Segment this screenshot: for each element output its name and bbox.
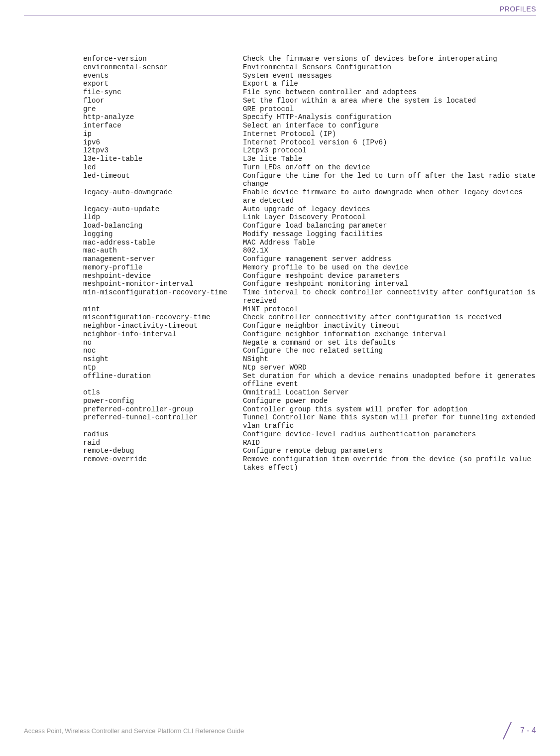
cli-command: otls — [75, 388, 243, 397]
cli-row: neighbor-info-intervalConfigure neighbor… — [75, 330, 536, 339]
cli-command: neighbor-inactivity-timeout — [75, 322, 243, 330]
cli-row: l3e-lite-tableL3e lite Table — [75, 155, 536, 163]
cli-row: interfaceSelect an interface to configur… — [75, 122, 536, 130]
cli-command: remote-debug — [75, 447, 243, 455]
cli-command: radius — [75, 430, 243, 439]
cli-row: exportExport a file — [75, 80, 536, 88]
cli-row: ntpNtp server WORD — [75, 364, 536, 372]
header-rule — [24, 15, 536, 15]
cli-description: Tunnel Controller Name this system will … — [243, 413, 536, 430]
slash-icon — [498, 722, 515, 739]
cli-description: GRE protocol — [243, 105, 536, 114]
cli-command: l3e-lite-table — [75, 155, 243, 163]
cli-command: led — [75, 163, 243, 172]
cli-row: raidRAID — [75, 439, 536, 447]
cli-description: Configure power mode — [243, 397, 536, 405]
cli-command: meshpoint-device — [75, 272, 243, 280]
cli-description: Configure meshpoint device parameters — [243, 272, 536, 280]
cli-row: nsightNSight — [75, 355, 536, 364]
cli-description: RAID — [243, 439, 536, 447]
cli-command: export — [75, 80, 243, 88]
cli-description: Internet Protocol (IP) — [243, 130, 536, 138]
cli-description: Modify message logging facilities — [243, 230, 536, 239]
cli-description: 802.1X — [243, 247, 536, 255]
cli-description: NSight — [243, 355, 536, 364]
cli-row: offline-durationSet duration for which a… — [75, 372, 536, 389]
cli-command: misconfiguration-recovery-time — [75, 313, 243, 322]
cli-row: noNegate a command or set its defaults — [75, 339, 536, 347]
cli-command: noc — [75, 347, 243, 355]
cli-description: Select an interface to configure — [243, 122, 536, 130]
cli-command: offline-duration — [75, 372, 243, 389]
cli-row: otlsOmnitrail Location Server — [75, 388, 536, 397]
cli-row: floorSet the floor within a area where t… — [75, 97, 536, 105]
cli-description: Configure load balancing parameter — [243, 222, 536, 230]
cli-row: ipInternet Protocol (IP) — [75, 130, 536, 138]
cli-row: meshpoint-deviceConfigure meshpoint devi… — [75, 272, 536, 280]
cli-description: Remove configuration item override from … — [243, 455, 536, 472]
cli-row: preferred-tunnel-controllerTunnel Contro… — [75, 413, 536, 430]
cli-row: led-timeoutConfigure the time for the le… — [75, 172, 536, 189]
cli-row: radiusConfigure device-level radius auth… — [75, 430, 536, 439]
cli-command: raid — [75, 439, 243, 447]
cli-command: mac-address-table — [75, 239, 243, 247]
cli-command: http-analyze — [75, 113, 243, 122]
cli-description: File sync between controller and adoptee… — [243, 88, 536, 97]
cli-listing: enforce-versionCheck the firmware versio… — [75, 55, 536, 472]
cli-command: floor — [75, 97, 243, 105]
cli-command: no — [75, 339, 243, 347]
cli-command: memory-profile — [75, 263, 243, 272]
cli-row: eventsSystem event messages — [75, 72, 536, 80]
cli-description: Configure the noc related setting — [243, 347, 536, 355]
cli-row: power-configConfigure power mode — [75, 397, 536, 405]
cli-description: Configure meshpoint monitoring interval — [243, 280, 536, 288]
cli-description: Set the floor within a area where the sy… — [243, 97, 536, 105]
cli-row: mintMiNT protocol — [75, 305, 536, 314]
cli-description: Link Layer Discovery Protocol — [243, 213, 536, 222]
cli-description: Set duration for which a device remains … — [243, 372, 536, 389]
cli-command: management-server — [75, 255, 243, 263]
cli-command: neighbor-info-interval — [75, 330, 243, 339]
cli-row: remove-overrideRemove configuration item… — [75, 455, 536, 472]
cli-command: legacy-auto-downgrade — [75, 188, 243, 205]
cli-command: legacy-auto-update — [75, 205, 243, 214]
header-label: PROFILES — [500, 5, 536, 13]
cli-description: MiNT protocol — [243, 305, 536, 314]
cli-row: http-analyzeSpecify HTTP-Analysis config… — [75, 113, 536, 122]
cli-description: Export a file — [243, 80, 536, 88]
cli-row: legacy-auto-downgradeEnable device firmw… — [75, 188, 536, 205]
cli-row: lldpLink Layer Discovery Protocol — [75, 213, 536, 222]
cli-row: misconfiguration-recovery-timeCheck cont… — [75, 313, 536, 322]
cli-command: nsight — [75, 355, 243, 364]
cli-command: min-misconfiguration-recovery-time — [75, 288, 243, 305]
cli-description: Internet Protocol version 6 (IPv6) — [243, 138, 536, 147]
cli-command: led-timeout — [75, 172, 243, 189]
cli-command: preferred-controller-group — [75, 405, 243, 414]
page-number-block: 7 - 4 — [498, 722, 536, 739]
cli-description: Auto upgrade of legacy devices — [243, 205, 536, 214]
cli-command: ip — [75, 130, 243, 138]
cli-row: min-misconfiguration-recovery-timeTime i… — [75, 288, 536, 305]
cli-row: nocConfigure the noc related setting — [75, 347, 536, 355]
cli-description: Ntp server WORD — [243, 364, 536, 372]
cli-description: L2tpv3 protocol — [243, 146, 536, 155]
cli-row: l2tpv3L2tpv3 protocol — [75, 146, 536, 155]
cli-command: lldp — [75, 213, 243, 222]
cli-row: ipv6Internet Protocol version 6 (IPv6) — [75, 138, 536, 147]
cli-description: Controller group this system will prefer… — [243, 405, 536, 414]
cli-row: meshpoint-monitor-intervalConfigure mesh… — [75, 280, 536, 288]
cli-row: enforce-versionCheck the firmware versio… — [75, 55, 536, 63]
cli-description: Configure device-level radius authentica… — [243, 430, 536, 439]
cli-description: MAC Address Table — [243, 239, 536, 247]
cli-description: Environmental Sensors Configuration — [243, 63, 536, 72]
cli-command: enforce-version — [75, 55, 243, 63]
cli-row: memory-profileMemory profile to be used … — [75, 263, 536, 272]
cli-row: greGRE protocol — [75, 105, 536, 114]
footer-text: Access Point, Wireless Controller and Se… — [24, 727, 244, 735]
cli-row: management-serverConfigure management se… — [75, 255, 536, 263]
cli-description: Configure management server address — [243, 255, 536, 263]
cli-description: Negate a command or set its defaults — [243, 339, 536, 347]
cli-row: remote-debugConfigure remote debug param… — [75, 447, 536, 455]
cli-row: legacy-auto-updateAuto upgrade of legacy… — [75, 205, 536, 214]
cli-command: logging — [75, 230, 243, 239]
